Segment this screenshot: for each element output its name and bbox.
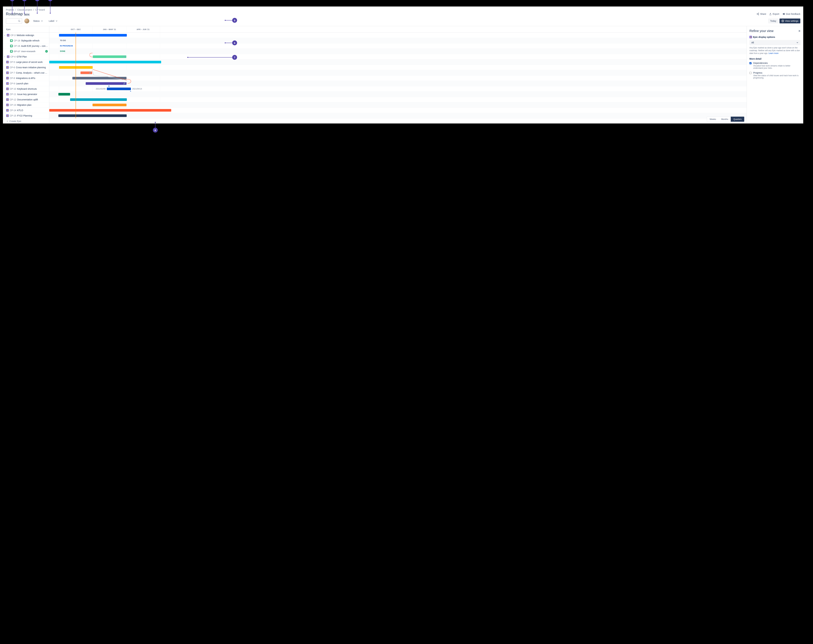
epic-icon: ⚡	[6, 93, 9, 96]
epic-bar[interactable]: 🔗	[86, 82, 126, 85]
epic-bar[interactable]: 🔗	[93, 55, 126, 58]
learn-more-link[interactable]: Learn more	[769, 52, 778, 54]
epic-bar[interactable]	[58, 115, 127, 117]
status-label: TO DO	[60, 40, 66, 41]
close-icon[interactable]: ✕	[798, 29, 801, 33]
timeline-lane[interactable]	[49, 92, 747, 97]
epic-icon: ⚡	[7, 34, 9, 37]
annotation-marker-4: 4	[48, 0, 53, 14]
search-icon	[18, 20, 20, 22]
epic-row[interactable]: ›⚡CP-4GTM Plan	[3, 54, 49, 60]
issue-key: CP-17	[14, 50, 20, 53]
svg-point-2	[758, 14, 759, 15]
timeline-lane[interactable]: 🔗	[49, 81, 747, 86]
epic-bar[interactable]	[72, 77, 126, 80]
issue-name: Migration plan	[17, 104, 32, 106]
issue-name: KTLO	[17, 109, 23, 112]
epic-row[interactable]: CP-18Styleguide refresh	[3, 38, 49, 43]
issue-name: Comp. Analysis – what's out the…	[16, 72, 48, 74]
epic-icon: ⚡	[6, 72, 9, 74]
issue-key: CP-3	[11, 34, 15, 37]
epic-bar[interactable]: 🔗	[80, 72, 92, 74]
timeline-lane[interactable]	[49, 113, 747, 118]
chevron-down-icon	[796, 41, 799, 44]
timeline-lane[interactable]: 🔗	[49, 54, 747, 60]
share-icon	[756, 13, 759, 15]
timeline-lane[interactable]: TO DO	[49, 38, 747, 43]
expand-toggle[interactable]: ›	[3, 55, 6, 58]
timeline-lane[interactable]: DONE	[49, 49, 747, 54]
timeline-lane[interactable]: 🔗	[49, 70, 747, 75]
epic-bar[interactable]	[70, 98, 127, 101]
annotation-marker-6: 6	[225, 40, 237, 45]
epic-bar[interactable]	[107, 87, 131, 90]
epic-bar[interactable]	[92, 104, 126, 106]
timeline-lane[interactable]	[49, 33, 747, 38]
timeline-lane[interactable]	[49, 75, 747, 81]
progress-checkbox[interactable]	[749, 72, 752, 74]
issue-key: CP-12	[10, 98, 16, 101]
epic-bar[interactable]	[58, 93, 70, 96]
svg-line-6	[20, 21, 20, 22]
epic-row[interactable]: ⌄⚡CP-3Website redesign	[3, 33, 49, 38]
epic-row[interactable]: ⚡CP-8Integrations & APIs	[3, 75, 49, 81]
timeline-lane[interactable]	[49, 65, 747, 70]
epic-row[interactable]: ⚡CP-5Large piece of secret work	[3, 60, 49, 65]
epic-row[interactable]: ⚡CP-13Migration plan	[3, 102, 49, 108]
export-button[interactable]: Export	[769, 13, 779, 15]
issue-name: Styleguide refresh	[21, 39, 40, 42]
timeline-lane[interactable]: 2021/02/062021/04/14	[49, 86, 747, 92]
annotation-marker-5: 5	[225, 18, 237, 23]
link-icon: 🔗	[123, 83, 126, 84]
timeline-lane[interactable]	[49, 97, 747, 102]
timescale-quarters[interactable]: Quarters	[731, 117, 744, 122]
today-button[interactable]: Today	[768, 18, 778, 23]
epic-icon: ⚡	[6, 115, 9, 117]
issue-name: Website redesign	[17, 34, 34, 37]
epic-filter-dropdown[interactable]: All	[749, 40, 801, 45]
timeline-lane[interactable]	[49, 60, 747, 65]
issue-name: Documentation uplift	[17, 98, 38, 101]
search-input[interactable]	[6, 18, 22, 24]
epic-row[interactable]: ⚡CP-9Launch plan	[3, 81, 49, 86]
megaphone-icon	[782, 13, 785, 15]
create-epic-button[interactable]: ＋ Create Epic	[3, 118, 49, 124]
issue-name: User research	[21, 50, 35, 53]
epic-row[interactable]: ⚡CP-7Comp. Analysis – what's out the…	[3, 70, 49, 75]
issue-key: CP-6	[10, 66, 15, 69]
status-label: DONE	[60, 50, 65, 52]
epic-row[interactable]: ⚡CP-10Keyboard shortcuts	[3, 86, 49, 92]
progress-label: Progress	[753, 72, 801, 74]
epic-row[interactable]: CP-17User research✓	[3, 49, 49, 54]
share-button[interactable]: Share	[756, 13, 766, 15]
beta-badge: BETA	[24, 13, 30, 16]
epic-bar[interactable]	[59, 34, 127, 37]
epic-bar[interactable]	[49, 61, 161, 63]
epic-row[interactable]: ⚡CP-15FY22 Planning	[3, 113, 49, 118]
view-settings-button[interactable]: View settings	[779, 18, 800, 23]
expand-toggle[interactable]: ⌄	[3, 34, 6, 37]
timeline-lane[interactable]	[49, 102, 747, 108]
status-dropdown[interactable]: Status	[32, 19, 45, 23]
timescale-months[interactable]: Months	[719, 117, 731, 122]
timeline-lane[interactable]: IN PROGRESS	[49, 43, 747, 49]
timeline-lane[interactable]	[49, 108, 747, 113]
label-dropdown[interactable]: Label	[47, 19, 60, 23]
annotation-marker-2: 2	[22, 0, 27, 14]
epic-row[interactable]: CP-16Audit E2E journey – consu…	[3, 43, 49, 49]
epic-bar[interactable]	[49, 109, 171, 112]
issue-key: CP-9	[10, 82, 15, 85]
chevron-down-icon	[55, 20, 58, 22]
dependencies-checkbox[interactable]	[749, 62, 752, 64]
issue-name: Large piece of secret work	[16, 61, 43, 63]
timescale-weeks[interactable]: Weeks	[707, 117, 719, 122]
epic-row[interactable]: ⚡CP-6Cross-team initiative planning	[3, 65, 49, 70]
epic-icon: ⚡	[6, 82, 9, 85]
epic-icon: ⚡	[6, 87, 9, 90]
epic-row[interactable]: ⚡CP-11Issue key generator	[3, 92, 49, 97]
epic-row[interactable]: ⚡CP-14KTLO	[3, 108, 49, 113]
feedback-button[interactable]: Give feedback	[782, 13, 801, 15]
epic-row[interactable]: ⚡CP-12Documentation uplift	[3, 97, 49, 102]
svg-point-0	[758, 13, 759, 14]
assignee-avatar[interactable]	[25, 18, 29, 23]
